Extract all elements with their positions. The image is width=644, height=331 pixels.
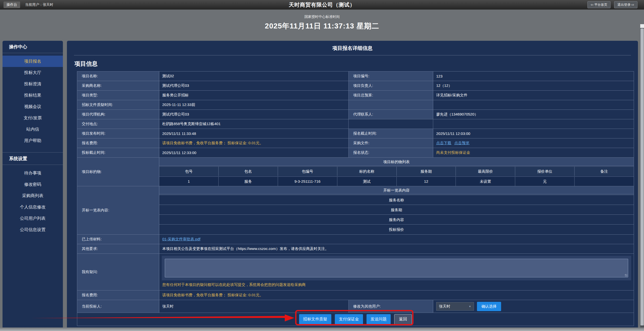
procurement-doc-links: 点击下载 点击预览 (433, 138, 634, 148)
back-button[interactable]: 返回 (394, 314, 412, 324)
caret-down-icon: ▼ (469, 305, 471, 308)
lot-table: 项目标的物列表 包号 包名 包编号 标的名称 服务期 最高限价 报价单位 备注 (159, 158, 634, 186)
lot-table-caption: 项目标的物列表 (159, 158, 634, 166)
bid-form-row: 开标一览表内容: 开标一览表内容 服务名称 服务期 服务内容 投标报价 (77, 186, 634, 235)
sidebar-item-site-message[interactable]: 站内信 (3, 124, 63, 135)
field-label: 项目负责人: (349, 81, 433, 90)
sidebar-item-video-meeting[interactable]: 视频会议 (3, 101, 63, 112)
lot-cell: 1 (159, 177, 219, 186)
column-header: 服务期 (397, 167, 456, 176)
bidder-select-value: 张天时 (439, 304, 450, 309)
time-source-label: 国家授时中心标准时间 (0, 15, 644, 19)
sidebar-item-todo[interactable]: 待办事项 (3, 167, 63, 179)
field-label: 当前投标人: (77, 300, 159, 313)
sidebar-item-company-users[interactable]: 公司用户列表 (3, 213, 63, 224)
field-label: 已上传材料: (77, 235, 159, 244)
question-hint: 您有任何对于本项目的疑问都可以在此处填写提交，系统将会把您的问题发送给采购商 (162, 280, 631, 288)
empty-label-cell (349, 100, 433, 109)
table-row: 项目名称: 测试02 项目编号: 123 (77, 71, 634, 81)
page-title: 项目报名详细信息 (74, 41, 631, 55)
table-row: 交付地点: 杜鹃路858号奥克斯缔壹城12栋401 (77, 119, 634, 129)
field-label: 招标文件质疑时间: (77, 100, 159, 109)
field-label: 投标截止时间: (77, 148, 159, 157)
signup-fee-value: 该项目免收标书费，免收平台服务费； 投标保证金: 0.01元。 (159, 138, 349, 148)
topbar-left: 操作台 当前用户：张天时 (4, 2, 53, 8)
sidebar-section-settings-title: 系统设置 (3, 152, 63, 165)
logout-button[interactable]: 退出登录 ⇨ (614, 1, 637, 8)
field-label: 报名截止时间: (349, 129, 433, 138)
clock-band: 国家授时中心标准时间 2025年11月11日 11:37:13 星期二 (0, 10, 644, 41)
scrollbar-top-button[interactable] (640, 24, 644, 28)
doc-challenge-button[interactable]: 招标文件质疑 (299, 314, 331, 324)
signup-status-value: 尚未支付投标保证金 (433, 148, 634, 157)
section-title-project-info: 项目信息 (74, 60, 638, 68)
table-row: 项目代理机构: 测试代理公司03 代理联系人: 廖先进（13469070520） (77, 110, 634, 119)
field-label: 交付地点: (77, 119, 159, 129)
current-user-label: 当前用户：张天时 (25, 3, 53, 7)
table-row: 其他要求: 本项目相关公告及变更事项在招采测试平台（https://www.cs… (77, 244, 634, 254)
sidebar-operations-items: 项目报名 投标大厅 投标澄清 投标结果 视频会议 支付/发票 站内信 用户帮助 (3, 53, 63, 149)
confirm-select-button[interactable]: 确认选择 (477, 302, 501, 311)
field-label: 代理联系人: (349, 110, 433, 119)
vertical-scrollbar[interactable] (640, 24, 644, 331)
column-header: 标的名称 (337, 167, 397, 176)
send-question-button[interactable]: 发送问题 (367, 314, 391, 324)
field-label: 项目发布时间: (77, 129, 159, 138)
bid-form-item: 投标报价 (159, 225, 634, 234)
column-header: 包编号 (278, 167, 337, 176)
platform-home-button[interactable]: ⇦ 平台首页 (587, 1, 611, 8)
field-label: 项目编号: (349, 71, 433, 81)
field-label: 我有疑问: (77, 254, 159, 290)
question-box (162, 256, 631, 280)
column-header: 包名 (219, 167, 278, 176)
scrollbar-thumb[interactable] (640, 28, 644, 325)
column-header: 最高限价 (456, 167, 515, 176)
field-label: 采购商名称: (77, 81, 159, 90)
project-info-table: 项目名称: 测试02 项目编号: 123 采购商名称: 测试代理公司03 项目负… (77, 71, 634, 326)
bid-form-item: 服务内容 (159, 215, 634, 225)
sidebar-item-project-signup[interactable]: 项目报名 (3, 56, 63, 67)
field-value: 本项目相关公告及变更事项在招采测试平台（https://www.cszoc.co… (159, 244, 634, 253)
sidebar-item-bid-results[interactable]: 投标结果 (3, 90, 63, 101)
lot-cell: 12 (397, 177, 456, 186)
bidder-select[interactable]: 张天时 ▼ (436, 302, 474, 311)
sidebar-item-bid-clarification[interactable]: 投标澄清 (3, 78, 63, 90)
sidebar-item-bid-hall[interactable]: 投标大厅 (3, 67, 63, 78)
empty-value-cell (433, 100, 634, 109)
bidder-row: 当前投标人: 张天时 修改为其他用户: 张天时 ▼ 确认选择 (77, 300, 634, 313)
question-textarea[interactable] (165, 259, 628, 277)
lot-cell: 未设置 (456, 177, 515, 186)
sidebar-item-company-info[interactable]: 公司信息设置 (3, 224, 63, 235)
field-label: 项目标的物: (77, 158, 159, 186)
sidebar-item-user-help[interactable]: 用户帮助 (3, 135, 63, 146)
field-value: 123 (433, 71, 634, 81)
lot-table-row: 项目标的物: 项目标的物列表 包号 包名 包编号 标的名称 服务期 最高限价 报… (77, 158, 634, 186)
preview-doc-link[interactable]: 点击预览 (454, 141, 469, 145)
sidebar-item-payment-invoice[interactable]: 支付/发票 (3, 112, 63, 124)
app-title: 天时商贸有限公司（测试） (0, 1, 644, 8)
action-buttons-row: 招标文件质疑 支付保证金 发送问题 返回 (77, 313, 634, 326)
uploaded-file-link[interactable]: 01-采购文件审批表.pdf (162, 237, 200, 242)
sidebar: 操作中心 项目报名 投标大厅 投标澄清 投标结果 视频会议 支付/发票 站内信 … (3, 41, 63, 328)
console-button[interactable]: 操作台 (4, 2, 20, 8)
sidebar-item-personal-info[interactable]: 个人信息修改 (3, 201, 63, 213)
field-value: 测试02 (159, 71, 349, 81)
sidebar-item-purchaser-list[interactable]: 采购商列表 (3, 190, 63, 201)
main-panel: 项目报名详细信息 项目信息 项目名称: 测试02 项目编号: 123 采购商名称… (67, 41, 638, 328)
sidebar-item-change-password[interactable]: 修改密码 (3, 179, 63, 190)
download-doc-link[interactable]: 点击下载 (436, 141, 451, 145)
pay-deposit-button[interactable]: 支付保证金 (335, 314, 363, 324)
screen: 操作台 当前用户：张天时 天时商贸有限公司（测试） ⇦ 平台首页 退出登录 ⇨ … (0, 0, 644, 331)
field-label: 报名费用: (77, 290, 159, 300)
question-cell: 您有任何对于本项目的疑问都可以在此处填写提交，系统将会把您的问题发送给采购商 (159, 254, 634, 290)
field-label: 项目类型: (77, 91, 159, 100)
bid-form-item: 服务名称 (159, 195, 634, 205)
field-value: 2025/11/11 11:33:48 (159, 129, 349, 138)
field-label: 其他要求: (77, 244, 159, 253)
resize-handle-icon[interactable] (625, 274, 627, 277)
field-label: 项目代理机构: (77, 110, 159, 119)
field-label: 修改为其他用户: (349, 300, 433, 313)
table-row: 报名费用: 该项目免收标书费，免收平台服务费； 投标保证金: 0.01元。 采购… (77, 138, 634, 148)
field-value: 12（12） (433, 81, 634, 90)
sidebar-settings-items: 待办事项 修改密码 采购商列表 个人信息修改 公司用户列表 公司信息设置 (3, 165, 63, 238)
